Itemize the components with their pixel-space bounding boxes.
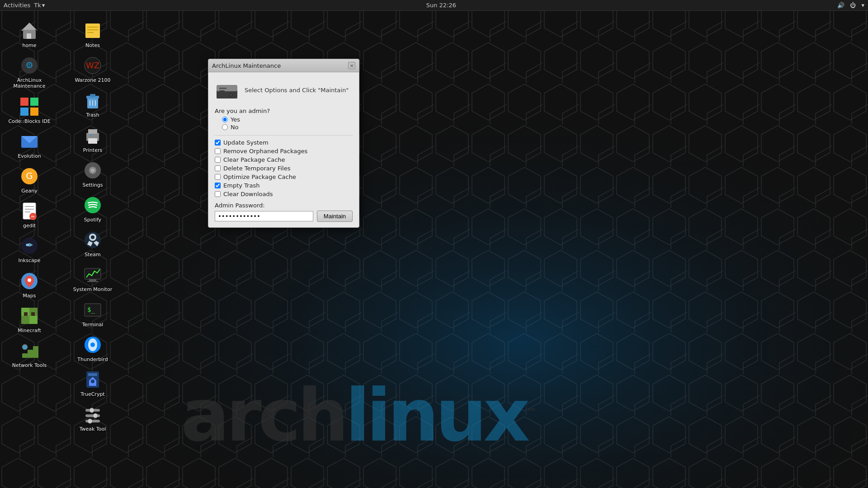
admin-section: Are you an admin? Yes No: [215, 108, 353, 131]
checkbox-optimize-package-cache[interactable]: [215, 174, 221, 180]
radio-no-row: No: [222, 124, 353, 131]
password-input[interactable]: [215, 211, 313, 221]
checkbox-label-optimize-package-cache[interactable]: Optimize Package Cache: [223, 174, 296, 180]
modal-overlay: ArchLinux Maintenance ×: [0, 0, 868, 488]
radio-group: Yes No: [215, 116, 353, 131]
checkbox-label-update-system[interactable]: Update System: [223, 139, 269, 146]
modal-header-row: Select Options and Click "Maintain": [215, 78, 353, 102]
password-label: Admin Password:: [215, 202, 353, 209]
checkbox-row-clear-package-cache: Clear Package Cache: [215, 156, 353, 163]
checkbox-label-delete-temp[interactable]: Delete Temporary Files: [223, 165, 290, 172]
checkbox-row-clear-downloads: Clear Downloads: [215, 191, 353, 197]
checkbox-label-clear-downloads[interactable]: Clear Downloads: [223, 191, 273, 197]
checkbox-row-delete-temp: Delete Temporary Files: [215, 165, 353, 172]
checkbox-clear-package-cache[interactable]: [215, 157, 221, 163]
svg-rect-82: [219, 88, 226, 89]
password-row: Maintain: [215, 211, 353, 222]
radio-no[interactable]: [222, 124, 228, 130]
checkbox-row-empty-trash: Empty Trash: [215, 182, 353, 189]
checkbox-row-update-system: Update System: [215, 139, 353, 146]
modal-titlebar: ArchLinux Maintenance ×: [208, 59, 359, 72]
password-section: Admin Password: Maintain: [215, 202, 353, 222]
checkbox-label-empty-trash[interactable]: Empty Trash: [223, 182, 259, 189]
separator-1: [215, 135, 353, 136]
checkbox-row-optimize-package-cache: Optimize Package Cache: [215, 174, 353, 180]
checkbox-label-remove-orphaned[interactable]: Remove Orphaned Packages: [223, 148, 307, 155]
modal-subtitle: Select Options and Click "Maintain": [245, 87, 349, 94]
checkbox-delete-temp[interactable]: [215, 165, 221, 171]
modal-close-button[interactable]: ×: [348, 62, 355, 69]
desktop: archlinux™ Activities Tk ▾ Sun 22:26 🔊 ⏻…: [0, 0, 868, 488]
radio-yes-row: Yes: [222, 116, 353, 123]
svg-rect-83: [219, 90, 225, 91]
checkbox-clear-downloads[interactable]: [215, 191, 221, 197]
radio-yes[interactable]: [222, 117, 228, 122]
checkbox-remove-orphaned[interactable]: [215, 148, 221, 154]
admin-question: Are you an admin?: [215, 108, 353, 114]
radio-yes-label[interactable]: Yes: [231, 116, 240, 123]
checkbox-label-clear-package-cache[interactable]: Clear Package Cache: [223, 156, 285, 163]
checkbox-empty-trash[interactable]: [215, 183, 221, 188]
modal-app-icon: [215, 78, 239, 102]
maintain-button[interactable]: Maintain: [317, 211, 353, 222]
svg-rect-84: [217, 91, 237, 99]
archlinux-maintenance-dialog: ArchLinux Maintenance ×: [208, 59, 359, 228]
checkbox-section: Update SystemRemove Orphaned PackagesCle…: [215, 139, 353, 197]
checkbox-update-system[interactable]: [215, 140, 221, 145]
modal-title: ArchLinux Maintenance: [212, 62, 281, 69]
modal-body: Select Options and Click "Maintain" Are …: [208, 72, 359, 227]
radio-no-label[interactable]: No: [231, 124, 239, 131]
checkbox-row-remove-orphaned: Remove Orphaned Packages: [215, 148, 353, 155]
